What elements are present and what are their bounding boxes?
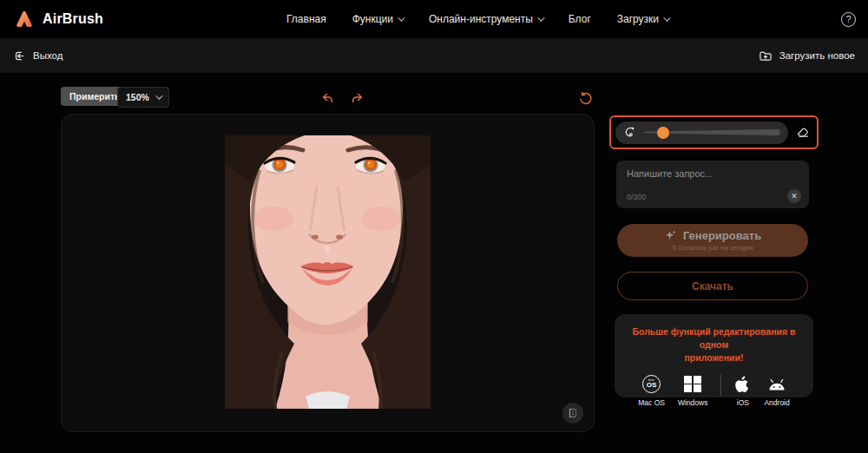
exit-label: Выход (33, 50, 62, 61)
prompt-input-card: 0/300 ✕ (616, 161, 809, 208)
chevron-down-icon (155, 92, 162, 99)
platform-ios[interactable]: iOS (734, 375, 751, 407)
airbrush-logo-icon (14, 9, 35, 30)
upload-new-button[interactable]: Загрузить новое (759, 49, 855, 62)
platform-macos[interactable]: macOS Mac OS (638, 375, 665, 407)
portrait-photo[interactable] (225, 135, 431, 409)
main-nav: Главная Функции Онлайн-инструменты Блог … (286, 13, 668, 25)
eraser-tool-icon[interactable] (795, 125, 810, 140)
sparkle-icon (664, 229, 677, 242)
windows-icon (684, 376, 701, 393)
character-counter: 0/300 (627, 193, 647, 201)
nav-item-online-tools[interactable]: Онлайн-инструменты (429, 13, 542, 25)
chevron-down-icon (398, 14, 404, 21)
zoom-level-dropdown[interactable]: 150% (117, 87, 169, 108)
brush-size-slider-group (609, 115, 819, 149)
brand-logo[interactable]: AirBrush (14, 9, 103, 30)
brush-size-track[interactable] (643, 127, 780, 139)
zoom-level-value: 150% (126, 92, 149, 102)
editor-main: Примерить 150% (0, 73, 868, 453)
exit-button[interactable]: Выход (13, 49, 62, 62)
apple-icon (734, 375, 751, 394)
macos-icon: macOS (642, 375, 661, 393)
platforms-row: macOS Mac OS Windows iOS (625, 375, 803, 407)
upload-folder-icon (759, 49, 773, 62)
compare-icon (568, 408, 578, 418)
promo-title: Больше функций редактирования в одном пр… (625, 325, 803, 365)
brush-size-thumb[interactable] (657, 127, 669, 139)
prompt-input[interactable] (627, 168, 799, 187)
generate-remaining: 5 Осталось раз на сегодня (673, 244, 753, 252)
download-button[interactable]: Скачать (617, 272, 808, 300)
airbrush-app: AirBrush Главная Функции Онлайн-инструме… (0, 0, 868, 453)
brush-slider-pill (615, 121, 788, 144)
platform-windows[interactable]: Windows (678, 375, 707, 407)
compare-before-after-button[interactable] (562, 403, 583, 423)
redo-button[interactable] (351, 92, 365, 108)
brand-name: AirBrush (43, 11, 103, 27)
nav-item-features[interactable]: Функции (352, 13, 403, 25)
reset-button[interactable] (578, 91, 593, 108)
top-nav: AirBrush Главная Функции Онлайн-инструме… (0, 0, 868, 38)
chevron-down-icon (537, 14, 544, 21)
canvas-area (61, 114, 595, 432)
android-icon (766, 378, 787, 391)
editor-header: Выход Загрузить новое (0, 38, 868, 73)
reset-restore-icon (578, 91, 593, 106)
generate-button[interactable]: Генерировать 5 Осталось раз на сегодня (617, 224, 808, 257)
undo-icon (320, 92, 334, 105)
platform-android[interactable]: Android (764, 375, 789, 407)
logout-icon (13, 49, 26, 62)
nav-item-blog[interactable]: Блог (569, 13, 591, 25)
redo-icon (351, 92, 365, 105)
undo-button[interactable] (320, 92, 334, 108)
portrait-image (225, 135, 431, 409)
brush-tool-icon[interactable] (623, 126, 636, 139)
app-promo-card: Больше функций редактирования в одном пр… (615, 314, 813, 397)
platform-divider (720, 375, 721, 396)
generate-label: Генерировать (683, 229, 761, 242)
nav-item-downloads[interactable]: Загрузки (617, 13, 668, 25)
nav-item-home[interactable]: Главная (286, 13, 326, 25)
help-icon[interactable]: ? (841, 12, 856, 27)
upload-new-label: Загрузить новое (779, 50, 855, 61)
chevron-down-icon (663, 14, 670, 21)
clear-prompt-button[interactable]: ✕ (787, 189, 801, 203)
